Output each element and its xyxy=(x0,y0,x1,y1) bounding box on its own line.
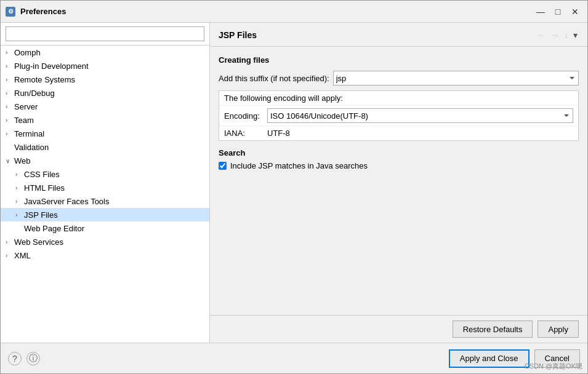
nav-dropdown-button[interactable]: ▾ xyxy=(572,29,579,41)
window-title: Preferences xyxy=(20,7,533,16)
iana-value: UTF-8 xyxy=(267,129,290,138)
tree-arrow-xml: › xyxy=(6,252,12,259)
title-bar: ⚙ Preferences — □ ✕ xyxy=(1,1,587,23)
checkbox-label: Include JSP matches in Java searches xyxy=(230,161,368,170)
tree-arrow-server: › xyxy=(6,103,12,110)
apply-and-close-button[interactable]: Apply and Close xyxy=(449,349,530,368)
info-button[interactable]: ⓘ xyxy=(26,352,40,365)
right-panel: JSP Files ← → ↓ ▾ Creating files Add thi… xyxy=(210,23,587,343)
tree-item-xml[interactable]: ›XML xyxy=(1,249,209,262)
encoding-description: The following encoding will apply: xyxy=(219,91,578,105)
search-box xyxy=(1,23,209,46)
tree-arrow-html-files: › xyxy=(15,185,22,191)
tree-item-plugin-dev[interactable]: ›Plug-in Development xyxy=(1,59,209,73)
apply-button[interactable]: Apply xyxy=(538,320,579,338)
watermark: CSDN @真题OK嗯 xyxy=(525,362,582,371)
tree-label-oomph: Oomph xyxy=(14,48,41,57)
tree-arrow-jsf-tools: › xyxy=(15,198,22,205)
tree-item-validation[interactable]: Validation xyxy=(1,140,209,154)
tree-arrow-plugin-dev: › xyxy=(6,63,12,70)
tree-arrow-web: ∨ xyxy=(6,157,12,164)
tree-item-jsf-tools[interactable]: ›JavaServer Faces Tools xyxy=(1,194,209,208)
tree-label-jsf-tools: JavaServer Faces Tools xyxy=(24,197,110,206)
tree-arrow-run-debug: › xyxy=(6,90,12,97)
panel-header: JSP Files ← → ↓ ▾ xyxy=(210,23,587,47)
bottom-bar: ? ⓘ Apply and Close Cancel CSDN @真题OK嗯 xyxy=(1,343,587,373)
tree-label-remote-systems: Remote Systems xyxy=(14,75,75,84)
tree-item-oomph[interactable]: ›Oomph xyxy=(1,46,209,59)
tree-item-css-files[interactable]: ›CSS Files xyxy=(1,167,209,181)
tree-item-remote-systems[interactable]: ›Remote Systems xyxy=(1,73,209,86)
tree-label-team: Team xyxy=(14,116,34,125)
tree-arrow-css-files: › xyxy=(15,171,22,178)
panel-title: JSP Files xyxy=(219,30,257,40)
preferences-window: ⚙ Preferences — □ ✕ ›Oomph›Plug-in Devel… xyxy=(0,0,588,374)
search-input[interactable] xyxy=(6,26,204,41)
encoding-row: Encoding: ISO 10646/Unicode(UTF-8) UTF-8… xyxy=(219,105,578,125)
tree-item-html-files[interactable]: ›HTML Files xyxy=(1,181,209,194)
jsp-checkbox[interactable] xyxy=(219,162,227,170)
close-button[interactable]: ✕ xyxy=(568,4,582,19)
nav-back-button[interactable]: ← xyxy=(536,29,547,41)
panel-content: Creating files Add this suffix (if not s… xyxy=(210,47,587,315)
panel-nav: ← → ↓ ▾ xyxy=(536,29,579,41)
tree-item-terminal[interactable]: ›Terminal xyxy=(1,127,209,140)
tree-item-run-debug[interactable]: ›Run/Debug xyxy=(1,86,209,100)
encoding-label: Encoding: xyxy=(224,111,267,121)
tree-arrow-terminal: › xyxy=(6,130,12,137)
tree-arrow-team: › xyxy=(6,117,12,124)
tree-item-web[interactable]: ∨Web xyxy=(1,154,209,167)
content-area: ›Oomph›Plug-in Development›Remote System… xyxy=(1,23,587,343)
tree-item-jsp-files[interactable]: ›JSP Files xyxy=(1,208,209,221)
suffix-select[interactable]: jsp jspx xyxy=(333,71,579,86)
tree-label-server: Server xyxy=(14,102,38,111)
checkbox-row: Include JSP matches in Java searches xyxy=(219,161,579,170)
panel-footer: Restore Defaults Apply xyxy=(210,315,587,343)
tree-label-run-debug: Run/Debug xyxy=(14,89,55,98)
window-icon: ⚙ xyxy=(6,7,15,17)
restore-defaults-button[interactable]: Restore Defaults xyxy=(453,320,533,338)
tree-label-css-files: CSS Files xyxy=(24,170,60,179)
search-section-title: Search xyxy=(219,148,579,157)
tree-label-xml: XML xyxy=(14,251,31,260)
tree-arrow-oomph: › xyxy=(6,49,12,56)
tree-label-plugin-dev: Plug-in Development xyxy=(14,62,89,71)
tree-item-team[interactable]: ›Team xyxy=(1,113,209,127)
tree-arrow-remote-systems: › xyxy=(6,76,12,83)
tree-label-web: Web xyxy=(14,156,31,165)
tree-arrow-jsp-files: › xyxy=(15,212,22,218)
tree-label-web-services: Web Services xyxy=(14,237,63,247)
tree-label-validation: Validation xyxy=(14,143,49,152)
suffix-label: Add this suffix (if not specified): xyxy=(219,74,329,83)
suffix-row: Add this suffix (if not specified): jsp … xyxy=(219,71,579,86)
tree-label-terminal: Terminal xyxy=(14,129,44,138)
help-button[interactable]: ? xyxy=(8,352,22,365)
nav-down-button[interactable]: ↓ xyxy=(563,29,570,41)
tree-label-html-files: HTML Files xyxy=(24,183,65,193)
left-panel: ›Oomph›Plug-in Development›Remote System… xyxy=(1,23,210,343)
minimize-button[interactable]: — xyxy=(533,4,548,19)
iana-row: IANA: UTF-8 xyxy=(219,125,578,140)
nav-forward-button[interactable]: → xyxy=(549,29,560,41)
window-controls: — □ ✕ xyxy=(533,4,582,19)
tree-label-web-page-editor: Web Page Editor xyxy=(24,224,84,233)
tree-item-web-services[interactable]: ›Web Services xyxy=(1,235,209,249)
tree-item-web-page-editor[interactable]: Web Page Editor xyxy=(1,221,209,235)
creating-files-title: Creating files xyxy=(219,55,579,65)
encoding-select[interactable]: ISO 10646/Unicode(UTF-8) UTF-8 ISO-8859-… xyxy=(267,108,573,123)
iana-label: IANA: xyxy=(224,129,267,138)
maximize-button[interactable]: □ xyxy=(550,4,565,19)
bottom-left: ? ⓘ xyxy=(8,352,40,365)
tree-container: ›Oomph›Plug-in Development›Remote System… xyxy=(1,46,209,343)
tree-item-server[interactable]: ›Server xyxy=(1,100,209,113)
tree-arrow-web-services: › xyxy=(6,239,12,245)
tree-label-jsp-files: JSP Files xyxy=(24,210,58,220)
encoding-section: The following encoding will apply: Encod… xyxy=(219,90,579,141)
